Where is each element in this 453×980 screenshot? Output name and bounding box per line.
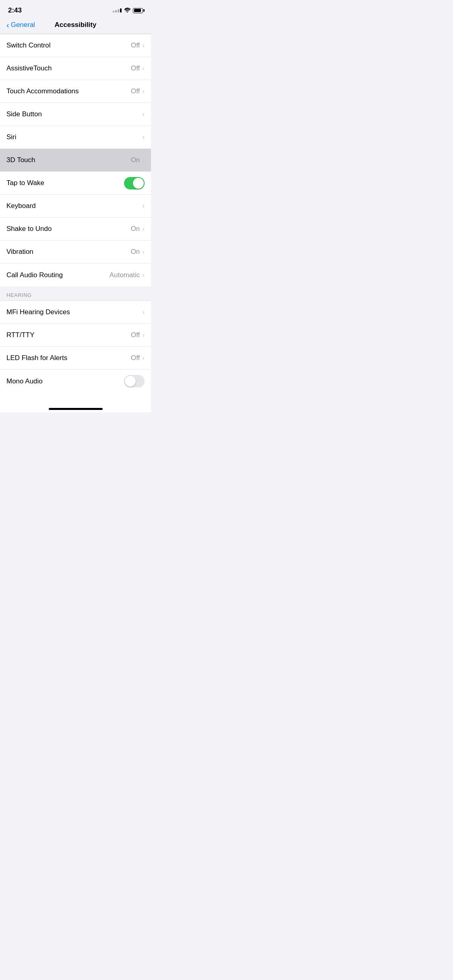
- side-button-row[interactable]: Side Button ›: [0, 103, 151, 126]
- 3d-touch-value: On: [131, 156, 140, 164]
- touch-accommodations-chevron: ›: [142, 87, 145, 95]
- keyboard-label: Keyboard: [6, 202, 36, 210]
- mono-audio-right: [124, 375, 145, 387]
- back-chevron-icon: ‹: [6, 21, 9, 29]
- vibration-value: On: [131, 248, 140, 256]
- led-flash-alerts-value: Off: [131, 354, 140, 362]
- mono-audio-row[interactable]: Mono Audio: [0, 370, 151, 393]
- led-flash-alerts-row[interactable]: LED Flash for Alerts Off ›: [0, 347, 151, 370]
- toggle-thumb: [133, 178, 144, 189]
- side-button-label: Side Button: [6, 110, 42, 118]
- assistive-touch-right: Off ›: [131, 64, 145, 72]
- tap-to-wake-right: [124, 177, 145, 189]
- call-audio-routing-value: Automatic: [110, 271, 140, 279]
- shake-to-undo-label: Shake to Undo: [6, 225, 52, 233]
- led-flash-alerts-chevron: ›: [142, 354, 145, 362]
- rtt-tty-right: Off ›: [131, 331, 145, 339]
- siri-label: Siri: [6, 133, 17, 141]
- keyboard-right: ›: [142, 202, 145, 210]
- siri-right: ›: [142, 133, 145, 141]
- mfi-hearing-devices-label: MFi Hearing Devices: [6, 308, 70, 316]
- mono-audio-toggle-thumb: [125, 376, 136, 387]
- mono-audio-label: Mono Audio: [6, 377, 43, 385]
- side-button-right: ›: [142, 110, 145, 118]
- home-bar: [49, 408, 103, 410]
- 3d-touch-chevron: ›: [142, 156, 145, 164]
- assistive-touch-row[interactable]: AssistiveTouch Off ›: [0, 57, 151, 80]
- status-time: 2:43: [8, 6, 22, 14]
- 3d-touch-right: On ›: [131, 156, 145, 164]
- rtt-tty-row[interactable]: RTT/TTY Off ›: [0, 324, 151, 347]
- rtt-tty-value: Off: [131, 331, 140, 339]
- shake-to-undo-right: On ›: [131, 225, 145, 233]
- call-audio-routing-label: Call Audio Routing: [6, 271, 63, 279]
- keyboard-row[interactable]: Keyboard ›: [0, 195, 151, 218]
- assistive-touch-label: AssistiveTouch: [6, 64, 52, 72]
- shake-to-undo-row[interactable]: Shake to Undo On ›: [0, 218, 151, 241]
- touch-accommodations-row[interactable]: Touch Accommodations Off ›: [0, 80, 151, 103]
- hearing-section-label: HEARING: [6, 292, 32, 298]
- switch-control-label: Switch Control: [6, 41, 51, 49]
- siri-chevron: ›: [142, 133, 145, 141]
- mfi-hearing-devices-chevron: ›: [142, 308, 145, 316]
- switch-control-chevron: ›: [142, 41, 145, 49]
- assistive-touch-value: Off: [131, 64, 140, 72]
- vibration-row[interactable]: Vibration On ›: [0, 241, 151, 264]
- switch-control-row[interactable]: Switch Control Off ›: [0, 34, 151, 57]
- siri-row[interactable]: Siri ›: [0, 126, 151, 149]
- rtt-tty-chevron: ›: [142, 331, 145, 339]
- touch-accommodations-right: Off ›: [131, 87, 145, 95]
- mfi-hearing-devices-right: ›: [142, 308, 145, 316]
- vibration-chevron: ›: [142, 248, 145, 256]
- 3d-touch-label: 3D Touch: [6, 156, 35, 164]
- call-audio-routing-row[interactable]: Call Audio Routing Automatic ›: [0, 264, 151, 286]
- hearing-settings-section: MFi Hearing Devices › RTT/TTY Off › LED …: [0, 301, 151, 393]
- switch-control-value: Off: [131, 41, 140, 49]
- tap-to-wake-label: Tap to Wake: [6, 179, 44, 187]
- wifi-icon: [124, 7, 130, 14]
- back-button[interactable]: ‹ General: [6, 21, 35, 29]
- status-icons: [113, 7, 143, 14]
- led-flash-alerts-right: Off ›: [131, 354, 145, 362]
- led-flash-alerts-label: LED Flash for Alerts: [6, 354, 67, 362]
- assistive-touch-chevron: ›: [142, 64, 145, 72]
- keyboard-chevron: ›: [142, 202, 145, 210]
- page-title: Accessibility: [55, 21, 97, 29]
- signal-icon: [113, 8, 122, 12]
- tap-to-wake-row[interactable]: Tap to Wake: [0, 172, 151, 195]
- call-audio-routing-right: Automatic ›: [110, 271, 145, 279]
- back-label: General: [11, 21, 35, 29]
- touch-accommodations-label: Touch Accommodations: [6, 87, 79, 95]
- vibration-right: On ›: [131, 248, 145, 256]
- rtt-tty-label: RTT/TTY: [6, 331, 35, 339]
- main-settings-section: Switch Control Off › AssistiveTouch Off …: [0, 34, 151, 286]
- shake-to-undo-chevron: ›: [142, 225, 145, 233]
- nav-bar: ‹ General Accessibility: [0, 18, 151, 34]
- side-button-chevron: ›: [142, 110, 145, 118]
- vibration-label: Vibration: [6, 248, 33, 256]
- tap-to-wake-toggle[interactable]: [124, 177, 145, 189]
- 3d-touch-row[interactable]: 3D Touch On ›: [0, 149, 151, 172]
- shake-to-undo-value: On: [131, 225, 140, 233]
- touch-accommodations-value: Off: [131, 87, 140, 95]
- status-bar: 2:43: [0, 0, 151, 18]
- mfi-hearing-devices-row[interactable]: MFi Hearing Devices ›: [0, 301, 151, 324]
- switch-control-right: Off ›: [131, 41, 145, 49]
- mono-audio-toggle[interactable]: [124, 375, 145, 387]
- hearing-section-header: HEARING: [0, 286, 151, 301]
- home-indicator: [0, 405, 151, 412]
- call-audio-routing-chevron: ›: [142, 271, 145, 279]
- battery-icon: [133, 8, 143, 13]
